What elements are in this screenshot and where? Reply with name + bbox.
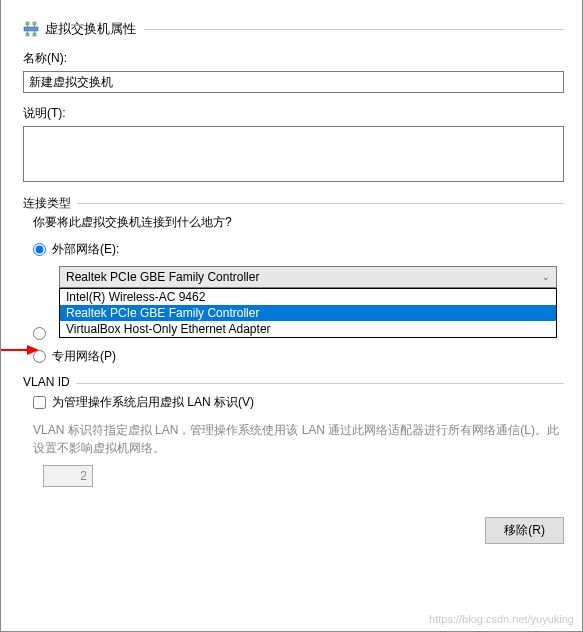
remove-button[interactable]: 移除(R) — [485, 517, 564, 544]
adapter-selected-value: Realtek PCIe GBE Family Controller — [66, 270, 259, 284]
switch-icon — [23, 21, 39, 37]
red-arrow-annotation — [0, 342, 39, 361]
vlan-group: VLAN ID 为管理操作系统启用虚拟 LAN 标识(V) VLAN 标识符指定… — [23, 383, 564, 487]
svg-rect-1 — [26, 22, 29, 25]
chevron-down-icon: ⌄ — [542, 272, 550, 282]
description-field-group: 说明(T): — [23, 105, 564, 185]
section-header: 虚拟交换机属性 — [23, 20, 564, 38]
svg-rect-3 — [26, 33, 29, 36]
private-network-label: 专用网络(P) — [52, 348, 116, 365]
name-label: 名称(N): — [23, 50, 564, 67]
connection-type-label: 连接类型 — [23, 195, 77, 212]
private-network-radio-row[interactable]: 专用网络(P) — [33, 348, 564, 365]
name-input[interactable] — [23, 71, 564, 93]
vlan-checkbox[interactable] — [33, 396, 46, 409]
vlan-description: VLAN 标识符指定虚拟 LAN，管理操作系统使用该 LAN 通过此网络适配器进… — [33, 421, 564, 457]
adapter-dropdown-list: Intel(R) Wireless-AC 9462 Realtek PCIe G… — [59, 288, 557, 338]
name-field-group: 名称(N): — [23, 50, 564, 93]
adapter-dropdown-container: Realtek PCIe GBE Family Controller ⌄ Int… — [59, 266, 557, 288]
external-network-radio-row[interactable]: 外部网络(E): — [33, 241, 564, 258]
section-title: 虚拟交换机属性 — [45, 20, 136, 38]
button-row: 移除(R) — [23, 517, 564, 544]
svg-rect-0 — [24, 27, 38, 31]
connection-type-group: 连接类型 你要将此虚拟交换机连接到什么地方? 外部网络(E): Realtek … — [23, 203, 564, 365]
hidden-radio[interactable] — [33, 327, 46, 340]
vlan-group-label: VLAN ID — [23, 375, 76, 389]
vlan-checkbox-row[interactable]: 为管理操作系统启用虚拟 LAN 标识(V) — [33, 394, 564, 411]
header-divider — [144, 29, 564, 30]
svg-marker-10 — [27, 345, 39, 355]
description-label: 说明(T): — [23, 105, 564, 122]
external-network-radio[interactable] — [33, 243, 46, 256]
adapter-option-0[interactable]: Intel(R) Wireless-AC 9462 — [60, 289, 556, 305]
adapter-dropdown[interactable]: Realtek PCIe GBE Family Controller ⌄ — [59, 266, 557, 288]
vlan-checkbox-label: 为管理操作系统启用虚拟 LAN 标识(V) — [52, 394, 254, 411]
adapter-option-1[interactable]: Realtek PCIe GBE Family Controller — [60, 305, 556, 321]
external-network-label: 外部网络(E): — [52, 241, 119, 258]
adapter-option-2[interactable]: VirtualBox Host-Only Ethernet Adapter — [60, 321, 556, 337]
connection-question: 你要将此虚拟交换机连接到什么地方? — [33, 214, 564, 231]
watermark: https://blog.csdn.net/yuyuking — [429, 613, 574, 625]
svg-rect-2 — [33, 22, 36, 25]
svg-rect-4 — [33, 33, 36, 36]
description-textarea[interactable] — [23, 126, 564, 182]
vlan-id-input — [43, 465, 93, 487]
